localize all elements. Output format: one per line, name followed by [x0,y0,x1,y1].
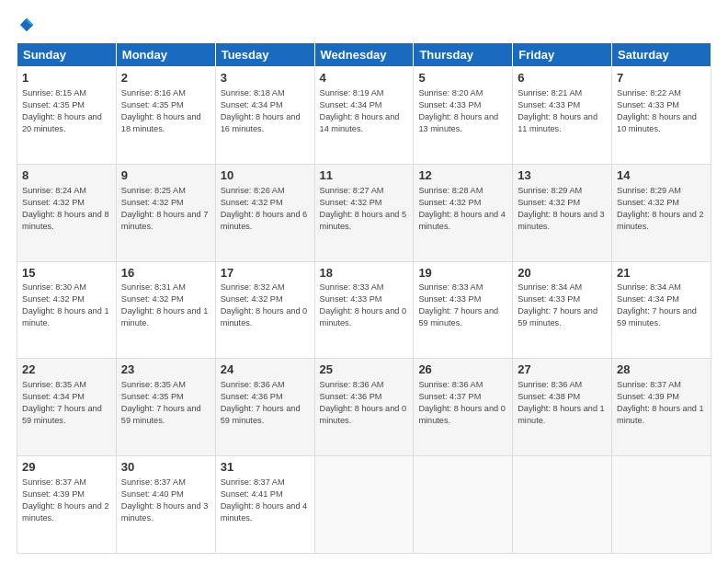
day-cell: 24Sunrise: 8:36 AMSunset: 4:36 PMDayligh… [215,359,314,456]
day-info: Sunrise: 8:21 AMSunset: 4:33 PMDaylight:… [518,88,597,133]
day-number: 10 [221,168,310,184]
day-cell: 13Sunrise: 8:29 AMSunset: 4:32 PMDayligh… [513,164,612,261]
day-cell: 2Sunrise: 8:16 AMSunset: 4:35 PMDaylight… [116,67,215,165]
day-number: 26 [418,362,507,378]
day-info: Sunrise: 8:18 AMSunset: 4:34 PMDaylight:… [221,88,301,133]
day-cell [414,456,513,554]
day-cell: 5Sunrise: 8:20 AMSunset: 4:33 PMDaylight… [414,67,513,165]
day-cell: 16Sunrise: 8:31 AMSunset: 4:32 PMDayligh… [116,261,215,359]
week-row-3: 15Sunrise: 8:30 AMSunset: 4:32 PMDayligh… [17,261,711,359]
day-info: Sunrise: 8:34 AMSunset: 4:33 PMDaylight:… [518,282,597,327]
day-cell: 19Sunrise: 8:33 AMSunset: 4:33 PMDayligh… [414,261,513,359]
day-info: Sunrise: 8:28 AMSunset: 4:32 PMDaylight:… [418,186,506,231]
day-cell: 26Sunrise: 8:36 AMSunset: 4:37 PMDayligh… [414,359,513,456]
day-number: 4 [320,71,409,86]
week-row-2: 8Sunrise: 8:24 AMSunset: 4:32 PMDaylight… [17,164,711,261]
day-info: Sunrise: 8:27 AMSunset: 4:32 PMDaylight:… [320,186,407,231]
col-header-sunday: Sunday [17,43,117,67]
day-cell: 28Sunrise: 8:37 AMSunset: 4:39 PMDayligh… [612,359,711,456]
day-cell: 18Sunrise: 8:33 AMSunset: 4:33 PMDayligh… [314,261,414,359]
day-info: Sunrise: 8:24 AMSunset: 4:32 PMDaylight:… [22,186,109,231]
day-number: 5 [418,71,507,86]
col-header-saturday: Saturday [612,43,711,67]
day-cell: 12Sunrise: 8:28 AMSunset: 4:32 PMDayligh… [414,164,513,261]
day-cell: 10Sunrise: 8:26 AMSunset: 4:32 PMDayligh… [215,164,314,261]
day-number: 9 [121,168,210,184]
col-header-tuesday: Tuesday [215,43,314,67]
day-cell: 6Sunrise: 8:21 AMSunset: 4:33 PMDaylight… [513,67,612,165]
calendar-header-row: SundayMondayTuesdayWednesdayThursdayFrid… [17,43,711,67]
day-info: Sunrise: 8:33 AMSunset: 4:33 PMDaylight:… [418,282,498,327]
day-number: 19 [418,266,507,282]
day-number: 31 [221,460,310,476]
day-cell: 3Sunrise: 8:18 AMSunset: 4:34 PMDaylight… [215,67,314,165]
day-info: Sunrise: 8:37 AMSunset: 4:39 PMDaylight:… [617,380,704,425]
week-row-5: 29Sunrise: 8:37 AMSunset: 4:39 PMDayligh… [17,456,711,554]
day-info: Sunrise: 8:36 AMSunset: 4:37 PMDaylight:… [418,380,506,425]
page: SundayMondayTuesdayWednesdayThursdayFrid… [0,0,728,563]
day-info: Sunrise: 8:33 AMSunset: 4:33 PMDaylight:… [320,282,407,327]
day-number: 22 [22,362,111,378]
day-number: 8 [22,168,111,184]
day-number: 21 [617,266,706,282]
day-cell: 20Sunrise: 8:34 AMSunset: 4:33 PMDayligh… [513,261,612,359]
day-number: 24 [221,362,310,378]
day-info: Sunrise: 8:37 AMSunset: 4:41 PMDaylight:… [221,477,308,523]
day-cell: 15Sunrise: 8:30 AMSunset: 4:32 PMDayligh… [17,261,117,359]
logo [17,17,35,33]
day-number: 15 [22,266,111,282]
day-number: 20 [518,266,607,282]
week-row-1: 1Sunrise: 8:15 AMSunset: 4:35 PMDaylight… [17,67,711,165]
day-cell: 22Sunrise: 8:35 AMSunset: 4:34 PMDayligh… [17,359,117,456]
week-row-4: 22Sunrise: 8:35 AMSunset: 4:34 PMDayligh… [17,359,711,456]
day-info: Sunrise: 8:36 AMSunset: 4:38 PMDaylight:… [518,380,605,425]
day-info: Sunrise: 8:26 AMSunset: 4:32 PMDaylight:… [221,186,308,231]
day-number: 25 [320,362,409,378]
day-number: 13 [518,168,607,184]
day-info: Sunrise: 8:29 AMSunset: 4:32 PMDaylight:… [617,186,704,231]
day-info: Sunrise: 8:20 AMSunset: 4:33 PMDaylight:… [418,88,498,133]
day-info: Sunrise: 8:15 AMSunset: 4:35 PMDaylight:… [22,88,102,133]
day-number: 3 [221,71,310,86]
day-cell: 4Sunrise: 8:19 AMSunset: 4:34 PMDaylight… [314,67,414,165]
day-cell: 27Sunrise: 8:36 AMSunset: 4:38 PMDayligh… [513,359,612,456]
day-info: Sunrise: 8:37 AMSunset: 4:39 PMDaylight:… [22,477,109,523]
day-cell: 21Sunrise: 8:34 AMSunset: 4:34 PMDayligh… [612,261,711,359]
day-cell: 8Sunrise: 8:24 AMSunset: 4:32 PMDaylight… [17,164,117,261]
day-number: 27 [518,362,607,378]
day-number: 11 [320,168,409,184]
day-info: Sunrise: 8:29 AMSunset: 4:32 PMDaylight:… [518,186,605,231]
day-number: 30 [121,460,210,476]
day-cell: 29Sunrise: 8:37 AMSunset: 4:39 PMDayligh… [17,456,117,554]
day-number: 7 [617,71,706,86]
day-info: Sunrise: 8:36 AMSunset: 4:36 PMDaylight:… [221,380,301,425]
col-header-monday: Monday [116,43,215,67]
day-info: Sunrise: 8:16 AMSunset: 4:35 PMDaylight:… [121,88,201,133]
day-cell: 30Sunrise: 8:37 AMSunset: 4:40 PMDayligh… [116,456,215,554]
day-number: 14 [617,168,706,184]
day-info: Sunrise: 8:32 AMSunset: 4:32 PMDaylight:… [221,282,308,327]
logo-icon [18,17,35,33]
day-cell: 17Sunrise: 8:32 AMSunset: 4:32 PMDayligh… [215,261,314,359]
day-number: 1 [22,71,111,86]
day-number: 12 [418,168,507,184]
day-number: 28 [617,362,706,378]
day-info: Sunrise: 8:31 AMSunset: 4:32 PMDaylight:… [121,282,209,327]
header [17,17,711,33]
day-cell: 31Sunrise: 8:37 AMSunset: 4:41 PMDayligh… [215,456,314,554]
day-number: 29 [22,460,111,476]
col-header-wednesday: Wednesday [314,43,414,67]
day-number: 23 [121,362,210,378]
day-info: Sunrise: 8:35 AMSunset: 4:35 PMDaylight:… [121,380,201,425]
day-info: Sunrise: 8:19 AMSunset: 4:34 PMDaylight:… [320,88,400,133]
day-cell: 9Sunrise: 8:25 AMSunset: 4:32 PMDaylight… [116,164,215,261]
day-cell: 1Sunrise: 8:15 AMSunset: 4:35 PMDaylight… [17,67,117,165]
day-cell: 14Sunrise: 8:29 AMSunset: 4:32 PMDayligh… [612,164,711,261]
day-info: Sunrise: 8:30 AMSunset: 4:32 PMDaylight:… [22,282,109,327]
calendar-table: SundayMondayTuesdayWednesdayThursdayFrid… [17,42,711,554]
day-number: 16 [121,266,210,282]
day-number: 17 [221,266,310,282]
day-cell: 11Sunrise: 8:27 AMSunset: 4:32 PMDayligh… [314,164,414,261]
day-number: 18 [320,266,409,282]
day-cell [612,456,711,554]
